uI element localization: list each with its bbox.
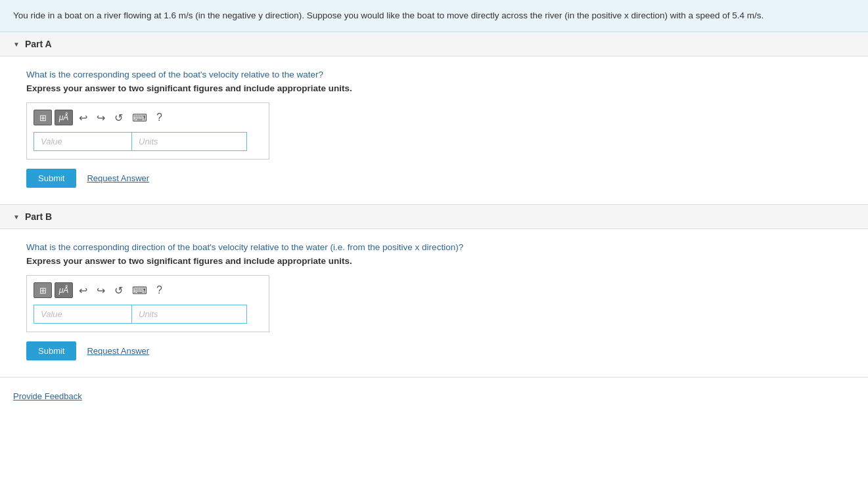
provide-feedback-link[interactable]: Provide Feedback xyxy=(13,391,82,401)
part-a-body: What is the corresponding speed of the b… xyxy=(0,56,868,204)
part-a-answer-box: ⊞ μÅ ↩ ↪ ↺ ⌨ ? xyxy=(26,102,269,160)
part-a-units-input[interactable] xyxy=(132,132,247,151)
part-a-header[interactable]: ▼ Part A xyxy=(0,32,868,56)
mu-icon: μÅ xyxy=(59,113,69,122)
grid-icon: ⊞ xyxy=(39,114,46,122)
part-a-refresh-button[interactable]: ↺ xyxy=(111,110,126,125)
part-a-redo-button[interactable]: ↪ xyxy=(93,110,108,125)
part-b-answer-box: ⊞ μÅ ↩ ↪ ↺ ⌨ ? xyxy=(26,275,269,332)
part-b-submit-button[interactable]: Submit xyxy=(26,341,76,360)
mu-icon-b: μÅ xyxy=(59,286,69,295)
part-b-body: What is the corresponding direction of t… xyxy=(0,229,868,377)
part-b-request-answer-link[interactable]: Request Answer xyxy=(87,346,149,356)
part-a-action-row: Submit Request Answer xyxy=(26,169,842,188)
part-a-undo-button[interactable]: ↩ xyxy=(76,110,91,125)
part-a-grid-button[interactable]: ⊞ xyxy=(34,110,52,125)
part-b-mu-button[interactable]: μÅ xyxy=(55,282,73,298)
part-a-help-button[interactable]: ? xyxy=(153,110,166,125)
part-a-label: Part A xyxy=(25,39,52,49)
part-b-keyboard-button[interactable]: ⌨ xyxy=(129,283,150,298)
feedback-section: Provide Feedback xyxy=(0,378,868,414)
part-a-value-input[interactable] xyxy=(34,132,132,151)
part-a-question: What is the corresponding speed of the b… xyxy=(26,70,842,79)
part-a-submit-button[interactable]: Submit xyxy=(26,169,76,188)
part-a-collapse-arrow: ▼ xyxy=(13,41,20,48)
part-b-units-input[interactable] xyxy=(132,305,247,324)
part-a-section: ▼ Part A What is the corresponding speed… xyxy=(0,32,868,205)
part-a-keyboard-button[interactable]: ⌨ xyxy=(129,110,150,125)
part-b-toolbar: ⊞ μÅ ↩ ↪ ↺ ⌨ ? xyxy=(34,282,262,298)
part-b-question: What is the corresponding direction of t… xyxy=(26,242,842,252)
part-b-section: ▼ Part B What is the corresponding direc… xyxy=(0,205,868,378)
part-b-value-input[interactable] xyxy=(34,305,132,324)
part-b-redo-button[interactable]: ↪ xyxy=(93,283,108,298)
part-b-instruction: Express your answer to two significant f… xyxy=(26,256,842,266)
problem-statement: You ride in a boat on a river flowing at… xyxy=(0,0,868,32)
part-b-header[interactable]: ▼ Part B xyxy=(0,205,868,229)
part-b-help-button[interactable]: ? xyxy=(153,283,166,297)
part-b-label: Part B xyxy=(25,211,52,222)
part-a-mu-button[interactable]: μÅ xyxy=(55,110,73,125)
part-a-input-row xyxy=(34,132,262,151)
part-a-request-answer-link[interactable]: Request Answer xyxy=(87,173,149,183)
part-a-toolbar: ⊞ μÅ ↩ ↪ ↺ ⌨ ? xyxy=(34,110,262,125)
part-a-instruction: Express your answer to two significant f… xyxy=(26,83,842,93)
part-b-action-row: Submit Request Answer xyxy=(26,341,842,360)
part-b-grid-button[interactable]: ⊞ xyxy=(34,282,52,298)
part-b-undo-button[interactable]: ↩ xyxy=(76,283,91,298)
part-b-refresh-button[interactable]: ↺ xyxy=(111,283,126,298)
grid-icon-b: ⊞ xyxy=(39,286,46,295)
problem-text: You ride in a boat on a river flowing at… xyxy=(13,11,764,20)
part-b-input-row xyxy=(34,305,262,324)
part-b-collapse-arrow: ▼ xyxy=(13,213,20,221)
